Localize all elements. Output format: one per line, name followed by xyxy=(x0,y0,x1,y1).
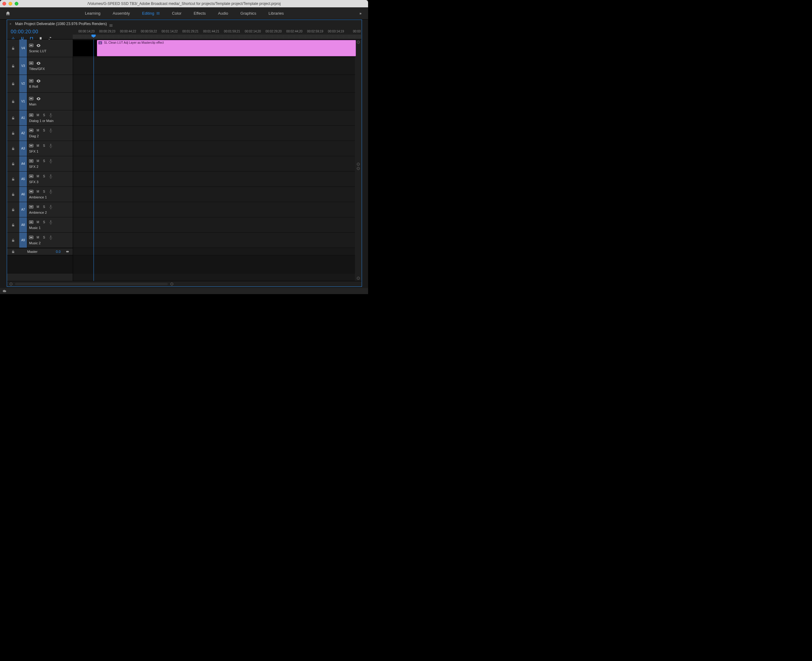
hscroll-start-knob[interactable] xyxy=(10,283,13,286)
sync-lock-icon[interactable] xyxy=(29,174,34,178)
track-lane-v4[interactable]: fxSL Clean LUT Adj Layer as Masterclip e… xyxy=(73,40,355,57)
voiceover-mic-icon[interactable] xyxy=(49,236,53,239)
workspace-menu-icon[interactable] xyxy=(156,12,160,14)
sync-lock-icon[interactable] xyxy=(29,190,34,193)
solo-toggle[interactable]: S xyxy=(43,236,46,239)
sync-lock-icon[interactable] xyxy=(29,159,34,163)
track-target-toggle[interactable]: A1 xyxy=(19,110,27,125)
sync-lock-icon[interactable] xyxy=(29,220,34,224)
voiceover-mic-icon[interactable] xyxy=(49,220,53,224)
track-target-toggle[interactable]: A6 xyxy=(19,187,27,202)
time-ruler-area[interactable]: 00:00:14;2300:00:29;2300:00:44;2200:00:5… xyxy=(73,28,362,39)
track-lock-toggle[interactable] xyxy=(7,171,19,187)
sync-lock-icon[interactable] xyxy=(29,236,34,239)
sync-lock-icon[interactable] xyxy=(29,61,34,65)
voiceover-mic-icon[interactable] xyxy=(49,113,53,117)
track-lock-toggle[interactable] xyxy=(7,156,19,171)
track-lane-v1[interactable] xyxy=(73,93,355,110)
sync-lock-icon[interactable] xyxy=(29,79,34,83)
voiceover-mic-icon[interactable] xyxy=(49,174,53,178)
hscroll-end-knob[interactable] xyxy=(170,283,173,286)
workspace-tab-assembly[interactable]: Assembly xyxy=(113,11,130,16)
zoom-knob[interactable] xyxy=(357,41,360,44)
workspace-tab-color[interactable]: Color xyxy=(172,11,181,16)
workspace-tab-editing[interactable]: Editing xyxy=(142,11,160,16)
zoom-knob[interactable] xyxy=(357,163,360,166)
workspace-tab-audio[interactable]: Audio xyxy=(218,11,228,16)
panel-close-button[interactable]: × xyxy=(10,22,11,26)
vertical-zoom-scroll[interactable] xyxy=(355,40,362,281)
track-lane-a9[interactable] xyxy=(73,233,355,248)
track-lane-a5[interactable] xyxy=(73,171,355,187)
track-lock-toggle[interactable] xyxy=(7,202,19,217)
solo-toggle[interactable]: S xyxy=(43,174,46,178)
track-target-toggle[interactable]: V3 xyxy=(19,57,27,75)
voiceover-mic-icon[interactable] xyxy=(49,205,53,209)
sync-lock-icon[interactable] xyxy=(29,205,34,209)
sequence-tab[interactable]: Main Project Deliverable (1080 23.976 Pr… xyxy=(15,22,107,26)
track-target-toggle[interactable]: A7 xyxy=(19,202,27,217)
voiceover-mic-icon[interactable] xyxy=(49,129,53,133)
mute-toggle[interactable]: M xyxy=(37,190,40,193)
time-ruler[interactable]: 00:00:14;2300:00:29;2300:00:44;2200:00:5… xyxy=(73,28,362,40)
hscroll-track[interactable] xyxy=(15,283,168,285)
solo-toggle[interactable]: S xyxy=(43,159,46,163)
zoom-knob[interactable] xyxy=(357,277,360,280)
track-lock-toggle[interactable] xyxy=(7,110,19,125)
voiceover-mic-icon[interactable] xyxy=(49,190,53,193)
track-lane-a3[interactable] xyxy=(73,141,355,156)
clip-adjustment-layer[interactable]: fxSL Clean LUT Adj Layer as Masterclip e… xyxy=(97,40,356,56)
fx-badge-icon[interactable]: fx xyxy=(99,41,102,44)
solo-toggle[interactable]: S xyxy=(43,129,46,132)
track-lane-v2[interactable] xyxy=(73,75,355,93)
workspace-overflow-button[interactable]: » xyxy=(353,11,368,16)
track-lane-v3[interactable] xyxy=(73,57,355,75)
track-lane-a4[interactable] xyxy=(73,156,355,171)
track-target-toggle[interactable]: A3 xyxy=(19,141,27,156)
panel-menu-button[interactable] xyxy=(110,21,113,27)
solo-toggle[interactable]: S xyxy=(43,144,46,147)
workspace-tab-learning[interactable]: Learning xyxy=(85,11,101,16)
voiceover-mic-icon[interactable] xyxy=(49,144,53,148)
workspace-tab-effects[interactable]: Effects xyxy=(194,11,206,16)
track-lock-toggle[interactable] xyxy=(7,75,19,92)
voiceover-mic-icon[interactable] xyxy=(49,159,53,163)
master-io-icon[interactable] xyxy=(64,250,73,253)
eye-icon[interactable] xyxy=(37,61,41,65)
master-track-lane[interactable] xyxy=(73,248,355,255)
track-target-toggle[interactable]: A8 xyxy=(19,217,27,232)
track-lock-toggle[interactable] xyxy=(7,57,19,75)
track-lock-toggle[interactable] xyxy=(7,141,19,156)
eye-icon[interactable] xyxy=(37,44,41,47)
mute-toggle[interactable]: M xyxy=(37,144,40,147)
workspace-tab-libraries[interactable]: Libraries xyxy=(268,11,284,16)
track-target-toggle[interactable]: V4 xyxy=(19,40,27,57)
track-lane-a7[interactable] xyxy=(73,202,355,217)
workspace-tab-graphics[interactable]: Graphics xyxy=(240,11,256,16)
sync-lock-icon[interactable] xyxy=(29,113,34,117)
mute-toggle[interactable]: M xyxy=(37,113,40,117)
track-lane-a2[interactable] xyxy=(73,126,355,141)
solo-toggle[interactable]: S xyxy=(43,190,46,193)
solo-toggle[interactable]: S xyxy=(43,205,46,209)
sync-lock-icon[interactable] xyxy=(29,44,34,47)
solo-toggle[interactable]: S xyxy=(43,113,46,117)
track-target-toggle[interactable]: A9 xyxy=(19,233,27,247)
mute-toggle[interactable]: M xyxy=(37,159,40,163)
track-target-toggle[interactable]: V2 xyxy=(19,75,27,92)
sync-lock-icon[interactable] xyxy=(29,97,34,101)
horizontal-scroll[interactable] xyxy=(7,281,362,286)
playhead-timecode[interactable]: 00:00:20:00 xyxy=(11,29,71,35)
track-target-toggle[interactable]: V1 xyxy=(19,93,27,110)
track-lock-toggle[interactable] xyxy=(7,187,19,202)
mute-toggle[interactable]: M xyxy=(37,236,40,239)
solo-toggle[interactable]: S xyxy=(43,220,46,224)
track-target-toggle[interactable]: A4 xyxy=(19,156,27,171)
mute-toggle[interactable]: M xyxy=(37,220,40,224)
eye-icon[interactable] xyxy=(37,97,41,101)
track-lock-toggle[interactable] xyxy=(7,40,19,57)
track-lock-toggle[interactable] xyxy=(7,250,19,254)
mute-toggle[interactable]: M xyxy=(37,205,40,209)
track-lock-toggle[interactable] xyxy=(7,217,19,232)
track-lock-toggle[interactable] xyxy=(7,93,19,110)
